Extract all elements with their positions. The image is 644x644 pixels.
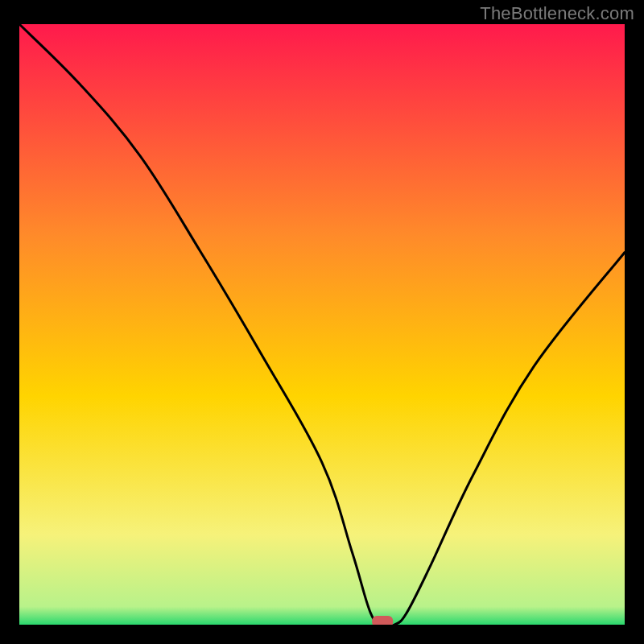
plot-area <box>19 24 625 625</box>
gradient-background <box>19 24 625 625</box>
optimal-marker <box>372 616 393 625</box>
chart-container: TheBottleneck.com <box>0 0 644 644</box>
watermark-label: TheBottleneck.com <box>480 3 634 24</box>
bottleneck-chart <box>19 24 625 625</box>
